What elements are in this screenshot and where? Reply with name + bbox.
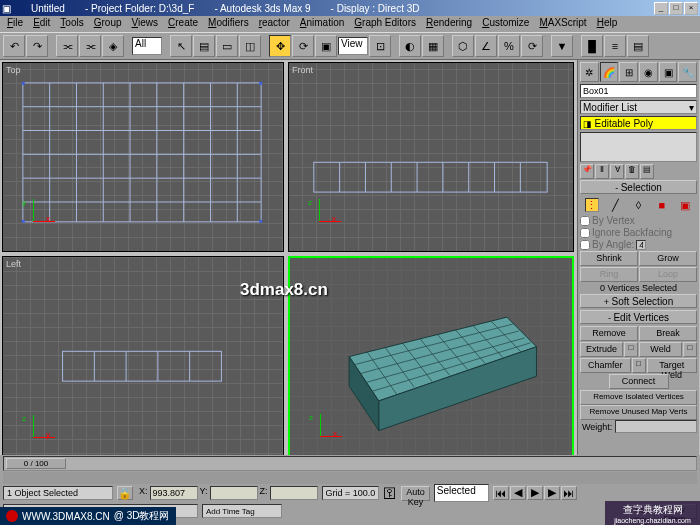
menu-tools[interactable]: Tools [55,16,88,32]
rotate-button[interactable]: ⟳ [292,35,314,57]
border-mode[interactable]: ◊ [631,198,645,212]
remove-unused-button[interactable]: Remove Unused Map Verts [580,405,697,420]
display-tab[interactable]: ▣ [659,62,678,82]
remove-button[interactable]: Remove [580,326,638,341]
unique-button[interactable]: ∀ [610,164,624,179]
viewport-front[interactable]: Front xz [288,62,574,252]
keymode-button[interactable]: ▦ [422,35,444,57]
weld-button[interactable]: Weld [639,342,682,357]
key-filter-select[interactable]: Selected [434,484,489,502]
menu-grapheditors[interactable]: Graph Editors [349,16,421,32]
named-sel-button[interactable]: ▼ [551,35,573,57]
menu-reactor[interactable]: reactor [254,16,295,32]
modify-tab[interactable]: 🌈 [600,62,619,82]
weld-settings[interactable]: □ [683,342,697,357]
mirror-button[interactable]: ▐▌ [581,35,603,57]
utilities-tab[interactable]: 🔧 [678,62,697,82]
move-button[interactable]: ✥ [269,35,291,57]
selection-filter[interactable]: All [132,37,162,55]
spinner-snap-button[interactable]: ⟳ [521,35,543,57]
shrink-button[interactable]: Shrink [580,251,638,266]
align-button[interactable]: ≡ [604,35,626,57]
menu-modifiers[interactable]: Modifiers [203,16,254,32]
x-coord[interactable] [150,486,198,500]
chamfer-settings[interactable]: □ [632,358,646,373]
link-button[interactable]: ⫘ [56,35,78,57]
soft-selection-rollout[interactable]: + Soft Selection [580,294,697,308]
pin-stack-button[interactable]: 📌 [580,164,594,179]
redo-button[interactable]: ↷ [26,35,48,57]
hierarchy-tab[interactable]: ⊞ [619,62,638,82]
connect-button[interactable]: Connect [609,374,669,389]
ref-coord[interactable]: View [338,37,368,55]
grow-button[interactable]: Grow [639,251,697,266]
break-button[interactable]: Break [639,326,697,341]
stack-area[interactable] [580,132,697,162]
select-button[interactable]: ↖ [170,35,192,57]
menu-edit[interactable]: Edit [28,16,55,32]
configure-button[interactable]: ▤ [640,164,654,179]
select-name-button[interactable]: ▤ [193,35,215,57]
modifier-list-dropdown[interactable]: Modifier List▾ [580,100,697,114]
chamfer-button[interactable]: Chamfer [580,358,631,373]
y-coord[interactable] [210,486,258,500]
menu-file[interactable]: File [2,16,28,32]
edit-vertices-rollout[interactable]: - Edit Vertices [580,310,697,324]
unlink-button[interactable]: ⫘ [79,35,101,57]
target-weld-button[interactable]: Target Weld [647,358,698,373]
menu-group[interactable]: Group [89,16,127,32]
menu-customize[interactable]: Customize [477,16,534,32]
next-frame[interactable]: ▶ [544,486,560,500]
element-mode[interactable]: ▣ [678,198,692,212]
timeline[interactable]: 0 / 100 [3,456,697,471]
z-coord[interactable] [270,486,318,500]
angle-spinner[interactable] [636,240,646,250]
remove-iso-button[interactable]: Remove Isolated Vertices [580,390,697,405]
lock-button[interactable]: 🔒 [117,486,133,500]
add-time-tag[interactable]: Add Time Tag [202,504,282,518]
undo-button[interactable]: ↶ [3,35,25,57]
manipulate-button[interactable]: ◐ [399,35,421,57]
prev-frame[interactable]: ◀ [510,486,526,500]
extrude-settings[interactable]: □ [624,342,638,357]
create-tab[interactable]: ✲ [580,62,599,82]
menu-views[interactable]: Views [127,16,164,32]
goto-end[interactable]: ⏭ [561,486,577,500]
maximize-button[interactable]: □ [669,2,683,15]
selection-rollout[interactable]: - Selection [580,180,697,194]
pivot-button[interactable]: ⊡ [369,35,391,57]
motion-tab[interactable]: ◉ [639,62,658,82]
select-region-button[interactable]: ▭ [216,35,238,57]
weight-spinner[interactable] [615,420,697,433]
bind-button[interactable]: ◈ [102,35,124,57]
by-vertex-check[interactable] [580,216,590,226]
layers-button[interactable]: ▤ [627,35,649,57]
extrude-button[interactable]: Extrude [580,342,623,357]
show-result-button[interactable]: Ⅱ [595,164,609,179]
close-button[interactable]: × [684,2,698,15]
menu-create[interactable]: Create [163,16,203,32]
edge-mode[interactable]: ╱ [608,198,622,212]
by-angle-check[interactable] [580,240,590,250]
goto-start[interactable]: ⏮ [493,486,509,500]
play[interactable]: ▶ [527,486,543,500]
remove-mod-button[interactable]: 🗑 [625,164,639,179]
polygon-mode[interactable]: ■ [655,198,669,212]
menu-rendering[interactable]: Rendering [421,16,477,32]
menu-help[interactable]: Help [592,16,623,32]
vertex-mode[interactable]: ⋮ [585,198,599,212]
angle-snap-button[interactable]: ∠ [475,35,497,57]
object-name-field[interactable] [580,84,697,98]
ignore-backfacing-check[interactable] [580,228,590,238]
time-slider[interactable]: 0 / 100 [6,458,66,469]
menu-maxscript[interactable]: MAXScript [534,16,591,32]
stack-item[interactable]: ◨ Editable Poly [580,116,697,130]
time-ruler[interactable] [3,472,697,484]
snap-button[interactable]: ⬡ [452,35,474,57]
scale-button[interactable]: ▣ [315,35,337,57]
menu-animation[interactable]: Animation [295,16,349,32]
viewport-perspective[interactable]: xz [288,256,574,468]
autokey-button[interactable]: Auto Key [401,486,430,501]
window-crossing-button[interactable]: ◫ [239,35,261,57]
percent-snap-button[interactable]: % [498,35,520,57]
